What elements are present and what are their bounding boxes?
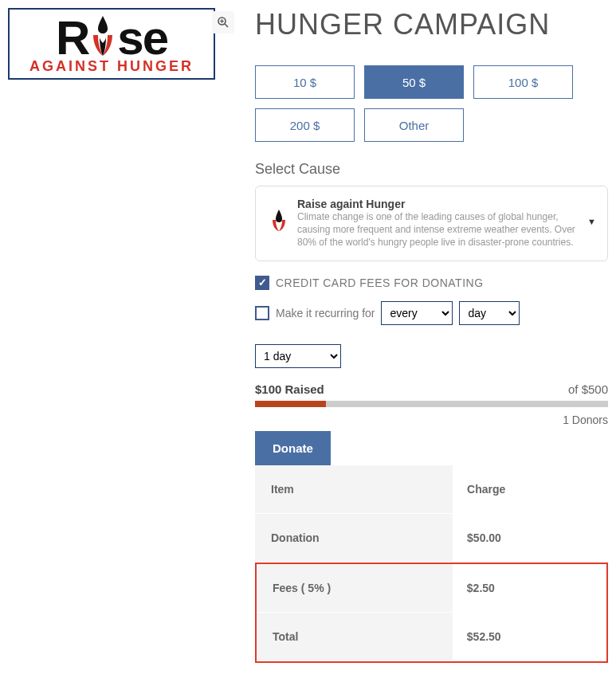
row-total-label: Total [257,613,453,661]
svg-line-1 [225,24,228,27]
row-fees-label: Fees ( 5% ) [257,564,453,613]
goal-amount: of $500 [568,382,608,396]
logo-tagline: AGAINST HUNGER [18,58,206,75]
cause-title: Raise againt Hunger [297,198,593,210]
amount-buttons: 10 $ 50 $ 100 $ 200 $ Other [255,65,608,142]
page-title: HUNGER CAMPAIGN [255,8,608,41]
row-donation-value: $50.00 [453,514,608,563]
cause-description: Climate change is one of the leading cau… [297,210,593,249]
recurring-frequency-select[interactable]: every [381,301,453,325]
recurring-label: Make it recurring for [276,307,375,319]
recurring-checkbox[interactable] [255,306,269,320]
amount-raised: $100 Raised [255,382,324,396]
zoom-icon [217,16,230,29]
amount-10[interactable]: 10 $ [255,65,355,99]
donate-tab[interactable]: Donate [255,431,331,465]
row-donation-label: Donation [255,514,453,563]
row-total-value: $52.50 [453,613,606,661]
cause-icon [270,209,288,234]
logo[interactable]: R se AGAINST HUNGER [8,8,215,80]
cc-fees-label: CREDIT CARD FEES FOR DONATING [276,276,484,289]
header-charge: Charge [453,465,608,514]
cc-fees-checkbox[interactable] [255,276,269,290]
recurring-unit-select[interactable]: day [459,301,520,325]
select-cause-label: Select Cause [255,161,608,178]
summary-table: Item Charge Donation $50.00 Fees ( 5% ) … [255,465,608,663]
amount-50[interactable]: 50 $ [364,65,464,99]
amount-200[interactable]: 200 $ [255,108,355,142]
highlighted-rows: Fees ( 5% ) $2.50 Total $52.50 [255,563,608,663]
progress-fill [255,401,326,407]
logo-rise: R se [18,14,206,60]
zoom-button[interactable] [212,11,234,33]
dropdown-arrow-icon: ▼ [587,217,596,226]
donors-count: 1 Donors [255,414,608,426]
amount-100[interactable]: 100 $ [473,65,573,99]
amount-other[interactable]: Other [364,108,464,142]
header-item: Item [255,465,453,514]
progress-bar [255,401,608,407]
recurring-duration-select[interactable]: 1 day [255,344,341,368]
row-fees-value: $2.50 [453,564,606,613]
cause-dropdown[interactable]: Raise againt Hunger Climate change is on… [255,186,608,261]
